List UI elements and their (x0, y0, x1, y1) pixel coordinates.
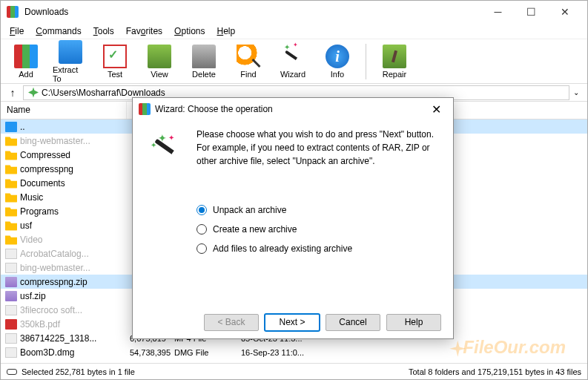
help-button[interactable]: Help (386, 314, 441, 331)
menu-file[interactable]: File (5, 24, 28, 38)
file-name: .. (20, 122, 130, 132)
disk-icon (7, 369, 17, 375)
file-name: AcrobatCatalog... (20, 249, 130, 259)
file-name: usf (20, 220, 130, 231)
statusbar: Selected 252,781 bytes in 1 file Total 8… (1, 363, 587, 379)
repair-button[interactable]: Repair (375, 43, 414, 80)
menubar: File Commands Tools Favorites Options He… (1, 23, 587, 39)
extract-icon (59, 40, 82, 64)
toolbar-separator (366, 44, 366, 79)
folder-icon (5, 206, 17, 217)
radio-icon (196, 205, 207, 215)
back-button[interactable]: < Back (204, 314, 259, 331)
radio-icon (196, 243, 207, 254)
delete-icon (192, 45, 216, 68)
close-button[interactable]: ✕ (548, 1, 581, 22)
file-date: 16-Sep-23 11:0... (219, 348, 304, 357)
file-type: DMG File (167, 348, 219, 357)
folder-icon (5, 220, 17, 231)
info-button[interactable]: iInfo (318, 43, 357, 80)
file-name: Music (20, 192, 130, 203)
file-name: Video (20, 235, 130, 245)
menu-options[interactable]: Options (170, 24, 209, 38)
find-button[interactable]: Find (229, 43, 268, 80)
up-button[interactable]: ↑ (5, 85, 20, 100)
menu-help[interactable]: Help (212, 24, 240, 38)
menu-commands[interactable]: Commands (31, 24, 85, 38)
file-icon (5, 249, 17, 259)
path-dropdown[interactable]: ⌄ (569, 88, 583, 96)
dialog-footer: < Back Next > Cancel Help (133, 306, 453, 338)
file-name: Programs (20, 206, 130, 217)
file-icon (5, 333, 17, 344)
folder-icon (5, 178, 17, 189)
file-icon (5, 263, 17, 273)
pdf-icon (5, 319, 17, 330)
file-name: compresspng (20, 164, 130, 174)
folder-icon (5, 192, 17, 203)
file-size: 54,738,395 (130, 348, 167, 357)
app-icon (7, 6, 19, 18)
dialog-app-icon (139, 103, 151, 115)
menu-favorites[interactable]: Favorites (122, 24, 167, 38)
file-icon (5, 305, 17, 315)
next-button[interactable]: Next > (265, 314, 320, 331)
wizard-dialog: Wizard: Choose the operation ✕ ✦✦✦ Pleas… (132, 97, 454, 339)
view-button[interactable]: View (140, 43, 179, 80)
file-name: Documents (20, 178, 130, 189)
wizard-wand-icon: ✦✦✦ (148, 132, 183, 168)
file-name: bing-webmaster... (20, 136, 130, 146)
folder-icon (5, 235, 17, 245)
file-name: 386714225_1318... (20, 333, 130, 344)
test-button[interactable]: ✓Test (96, 43, 134, 80)
info-icon: i (326, 45, 349, 68)
column-name[interactable]: Name (1, 102, 127, 119)
dialog-close-button[interactable]: ✕ (425, 99, 447, 119)
status-selected: Selected 252,781 bytes in 1 file (22, 367, 409, 376)
file-icon (5, 347, 17, 358)
folder-icon (5, 150, 17, 160)
blue-icon (5, 122, 17, 132)
wizard-button[interactable]: ✦✦Wizard (274, 43, 312, 80)
file-name: bing-webmaster... (20, 263, 130, 273)
maximize-button[interactable]: ☐ (515, 1, 548, 22)
folder-icon (5, 164, 17, 174)
wizard-icon: ✦✦ (281, 45, 305, 68)
file-name: usf.zip (20, 291, 130, 301)
dialog-title: Wizard: Choose the operation (155, 104, 425, 114)
folder-icon (5, 136, 17, 146)
toolbar: Add Extract To ✓Test View Delete Find ✦✦… (1, 39, 587, 84)
repair-icon (383, 45, 406, 68)
radio-icon (196, 224, 207, 235)
dialog-titlebar: Wizard: Choose the operation ✕ (133, 98, 453, 120)
zip-icon (5, 291, 17, 301)
zip-icon (5, 277, 17, 287)
titlebar: Downloads ─ ☐ ✕ (1, 1, 587, 23)
view-icon (148, 45, 171, 68)
window-title: Downloads (24, 7, 481, 17)
extract-button[interactable]: Extract To (51, 39, 90, 85)
file-name: Boom3D.dmg (20, 347, 130, 358)
dialog-description: Please choose what you wish to do and pr… (196, 128, 438, 168)
file-name: Compressed (20, 150, 130, 160)
file-name: compresspng.zip (20, 277, 130, 287)
status-total: Total 8 folders and 175,219,151 bytes in… (409, 367, 581, 376)
radio-unpack[interactable]: Unpack an archive (196, 205, 438, 215)
file-name: 3filecroco soft... (20, 305, 130, 315)
add-icon (14, 45, 38, 68)
file-name: 350kB.pdf (20, 319, 130, 330)
radio-create[interactable]: Create a new archive (196, 224, 438, 235)
add-button[interactable]: Add (7, 43, 45, 80)
radio-add[interactable]: Add files to already existing archive (196, 243, 438, 254)
delete-button[interactable]: Delete (185, 43, 223, 80)
cancel-button[interactable]: Cancel (326, 314, 380, 331)
minimize-button[interactable]: ─ (481, 1, 515, 22)
find-icon (237, 45, 260, 68)
menu-tools[interactable]: Tools (89, 24, 119, 38)
table-row[interactable]: Boom3D.dmg54,738,395DMG File16-Sep-23 11… (1, 345, 587, 359)
test-icon: ✓ (103, 45, 127, 68)
